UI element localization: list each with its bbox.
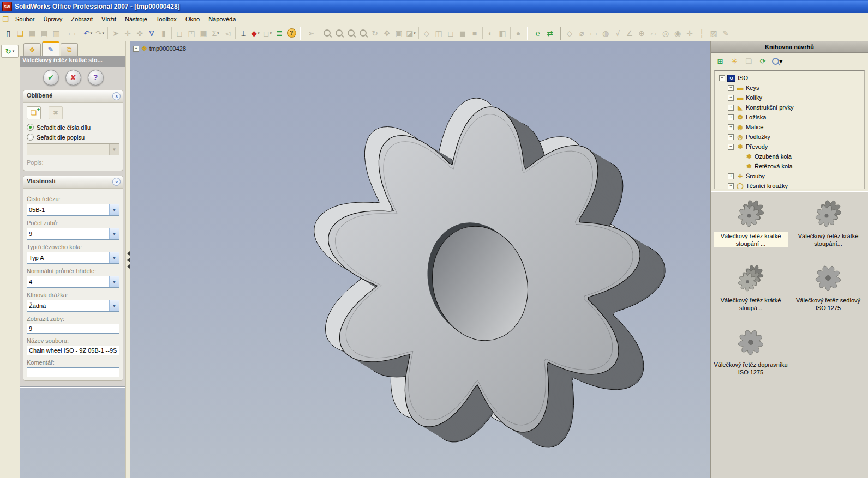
area-hatch-icon[interactable]: ▨ bbox=[708, 27, 720, 40]
open-icon[interactable]: ❏ bbox=[14, 27, 26, 40]
smart-dimension-icon[interactable]: ⌀ bbox=[576, 27, 588, 40]
chevron-down-icon[interactable]: ▼ bbox=[109, 252, 119, 263]
zoom-in-out-icon[interactable] bbox=[345, 27, 357, 40]
realview-icon[interactable]: ● bbox=[512, 27, 524, 40]
add-file-location-icon[interactable]: ✳ bbox=[729, 56, 739, 66]
collapse-icon[interactable]: − bbox=[719, 75, 725, 81]
library-item[interactable]: Válečkový řetěz krátké stoupání... bbox=[791, 199, 865, 247]
tree-item-ozubenakola[interactable]: ❃Ozubená kola bbox=[716, 152, 863, 161]
new-document-icon[interactable]: ▯ bbox=[2, 27, 14, 40]
tab-propertymanager[interactable]: ✎ bbox=[42, 41, 59, 56]
select-icon[interactable]: ➤ bbox=[110, 27, 122, 40]
zoom-to-fit-icon[interactable] bbox=[321, 27, 333, 40]
menu-item-okno[interactable]: Okno bbox=[181, 14, 204, 24]
note-icon[interactable]: ▭ bbox=[588, 27, 600, 40]
perspective-icon[interactable]: ◧ bbox=[496, 27, 508, 40]
select-advanced-icon[interactable]: ➢ bbox=[305, 27, 317, 40]
chevron-down-icon[interactable]: ▾ bbox=[217, 31, 219, 35]
hidden-lines-visible-icon[interactable]: ◫ bbox=[433, 27, 445, 40]
balloon-icon[interactable]: ◍ bbox=[600, 27, 612, 40]
rotate-view-icon[interactable]: ↻ bbox=[369, 27, 381, 40]
shadows-icon[interactable]: ◐ bbox=[484, 27, 496, 40]
add-favorite-button[interactable]: ❏ + bbox=[27, 106, 41, 119]
expand-icon[interactable]: + bbox=[728, 85, 734, 91]
menu-item-vlozit[interactable]: Vložit bbox=[97, 14, 121, 24]
tree-item-srouby[interactable]: +✛Šrouby bbox=[716, 171, 863, 181]
help-icon[interactable]: ? bbox=[285, 27, 297, 40]
library-item[interactable]: Válečkový řetěz krátké stoupání ... bbox=[714, 199, 788, 247]
properties-group-header[interactable]: Vlastnosti « bbox=[23, 176, 123, 189]
toolbox-bolt-icon[interactable]: ⌶ bbox=[237, 27, 249, 40]
chevron-down-icon[interactable]: ▾ bbox=[270, 31, 272, 35]
keyway-input[interactable] bbox=[27, 300, 109, 311]
chevron-down-icon[interactable]: ▾ bbox=[103, 31, 105, 35]
help-button[interactable]: ? bbox=[88, 70, 104, 86]
equations-icon[interactable]: Σ▾ bbox=[209, 27, 222, 40]
expand-icon[interactable]: + bbox=[728, 134, 734, 140]
edit-component-icon[interactable]: ◳ bbox=[185, 27, 197, 40]
hole-callout-icon[interactable]: ◉ bbox=[672, 27, 684, 40]
tab-featuremanager[interactable]: ❖ bbox=[23, 43, 41, 56]
centerline-icon[interactable]: ┆ bbox=[696, 27, 708, 40]
menu-item-soubor[interactable]: Soubor bbox=[11, 14, 39, 24]
keyway-combo[interactable]: ▼ bbox=[27, 300, 119, 312]
make-assembly-icon[interactable]: ▥ bbox=[50, 27, 62, 40]
chain-number-input[interactable] bbox=[27, 204, 109, 215]
center-mark-icon[interactable]: ✛ bbox=[684, 27, 696, 40]
sprocket-type-input[interactable] bbox=[27, 252, 109, 263]
library-item[interactable]: Válečkový řetěz sedlový ISO 1275 bbox=[791, 264, 865, 312]
pan-view-icon[interactable]: ✥ bbox=[381, 27, 393, 40]
datum-target-icon[interactable]: ◎ bbox=[660, 27, 672, 40]
chevron-down-icon[interactable]: ▼ bbox=[109, 276, 119, 287]
add-to-library-icon[interactable]: ⊞ bbox=[715, 56, 725, 66]
search-icon[interactable]: ▾ bbox=[772, 56, 783, 66]
pin-tool-icon[interactable]: ▮ bbox=[158, 27, 170, 40]
tree-item-matice[interactable]: +◉Matice bbox=[716, 122, 863, 132]
make-drawing-icon[interactable]: ▤ bbox=[38, 27, 50, 40]
surface-finish-icon[interactable]: √ bbox=[612, 27, 624, 40]
wireframe-icon[interactable]: ◇ bbox=[421, 27, 433, 40]
menu-item-napoveda[interactable]: Nápověda bbox=[204, 14, 240, 24]
solidworks-cube-icon[interactable]: ◆▾ bbox=[249, 27, 261, 40]
sprocket-model[interactable] bbox=[130, 41, 711, 478]
ok-button[interactable]: ✔ bbox=[43, 70, 59, 86]
expand-icon[interactable]: + bbox=[728, 105, 734, 111]
collapse-chevron-icon[interactable]: « bbox=[112, 92, 121, 100]
chevron-down-icon[interactable]: ▾ bbox=[258, 31, 260, 35]
collapse-chevron-icon[interactable]: « bbox=[112, 178, 121, 186]
shaft-diameter-input[interactable] bbox=[27, 276, 109, 287]
display-pane-icon[interactable]: ◻▾ bbox=[261, 27, 273, 40]
hidden-lines-removed-icon[interactable]: ◻ bbox=[445, 27, 457, 40]
save-icon[interactable]: ▦ bbox=[26, 27, 38, 40]
tree-item-tesnicikrouzky[interactable]: +◯Těsnící kroužky bbox=[716, 181, 863, 189]
menu-item-nastroje[interactable]: Nástroje bbox=[121, 14, 152, 24]
chevron-down-icon[interactable]: ▾ bbox=[91, 31, 93, 35]
expand-icon[interactable]: + bbox=[133, 46, 139, 52]
tree-item-retezovakola[interactable]: ❃Řetězová kola bbox=[716, 161, 863, 171]
library-item[interactable]: Válečkový řetěz krátké stoupá... bbox=[714, 264, 788, 312]
tab-configurationmanager[interactable]: ⧉ bbox=[61, 43, 78, 56]
edit-part-icon[interactable]: ◻ bbox=[173, 27, 185, 40]
refresh-icon[interactable]: ⟳ bbox=[758, 56, 768, 66]
comment-input[interactable] bbox=[27, 367, 119, 377]
show-teeth-input[interactable] bbox=[27, 324, 119, 334]
teeth-count-combo[interactable]: ▼ bbox=[27, 228, 119, 240]
shaded-with-edges-icon[interactable]: ◼ bbox=[457, 27, 469, 40]
tree-item-keys[interactable]: +▬Keys bbox=[716, 83, 863, 93]
radio-checked-icon[interactable] bbox=[27, 124, 34, 131]
library-item[interactable]: Válečkový řetěz dopravníku ISO 1275 bbox=[714, 328, 788, 376]
zoom-to-area-icon[interactable] bbox=[333, 27, 345, 40]
sketch-icon[interactable]: ◇ bbox=[564, 27, 576, 40]
tree-item-koliky[interactable]: +▬Kolíky bbox=[716, 93, 863, 102]
weld-symbol-icon[interactable]: ∠ bbox=[624, 27, 636, 40]
selection-filter-icon[interactable]: ∇ bbox=[146, 27, 158, 40]
radio-unchecked-icon[interactable] bbox=[27, 134, 34, 141]
comment-pencil-icon[interactable]: ✎ bbox=[720, 27, 732, 40]
sort-by-description-option[interactable]: Seřadit dle popisu bbox=[27, 134, 119, 141]
chevron-down-icon[interactable]: ▼ bbox=[109, 204, 119, 215]
tree-item-prevody[interactable]: −❃Převody bbox=[716, 142, 863, 152]
expand-icon[interactable]: + bbox=[728, 114, 734, 120]
shaft-diameter-combo[interactable]: ▼ bbox=[27, 276, 119, 288]
shaded-icon[interactable]: ■ bbox=[469, 27, 481, 40]
chain-number-combo[interactable]: ▼ bbox=[27, 204, 119, 216]
